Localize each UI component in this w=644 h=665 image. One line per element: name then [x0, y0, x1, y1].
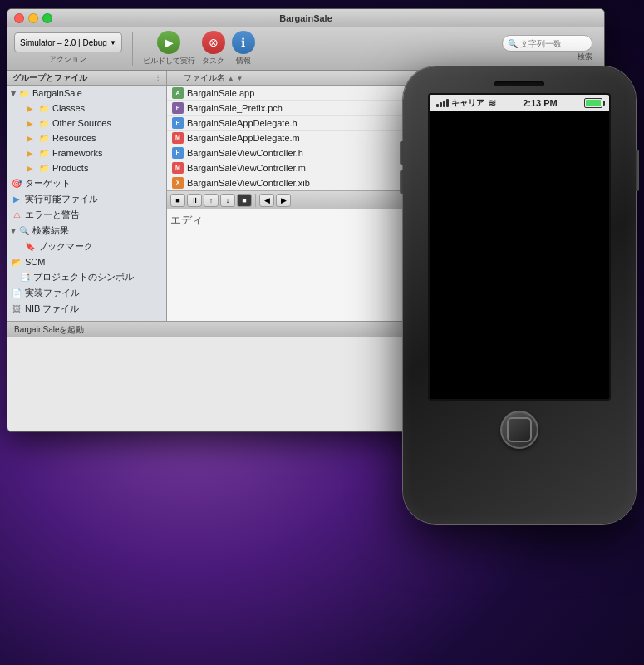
sidebar-item-target[interactable]: 🎯 ターゲット [7, 175, 166, 191]
exec-icon: ▶ [11, 194, 22, 205]
sidebar-item-products[interactable]: ▶ 📁 Products [7, 160, 166, 175]
scm-icon: 📂 [11, 256, 22, 268]
sidebar-item-label: 検索結果 [32, 224, 69, 237]
simulator-group: Simulator – 2.0 | Debug ▼ アクション [14, 32, 122, 65]
sidebar-item-resources[interactable]: ▶ 📁 Resources [7, 131, 166, 145]
simulator-button[interactable]: Simulator – 2.0 | Debug ▼ [14, 32, 122, 52]
target-icon: 🎯 [11, 178, 22, 190]
iphone-screen: キャリア ≋ 2:13 PM [428, 93, 611, 401]
minimize-button[interactable] [28, 13, 38, 23]
sidebar-item-label: Resources [52, 133, 96, 143]
m-file-icon: M [172, 132, 184, 144]
iphone-vol-up-button[interactable] [400, 141, 403, 165]
simulator-label: Simulator – 2.0 | Debug [20, 38, 107, 47]
other-sources-icon: 📁 [38, 117, 50, 129]
sidebar-resize-handle[interactable]: ⋮ [155, 72, 161, 84]
signal-bar-1 [436, 104, 439, 107]
h-file-icon: H [172, 147, 184, 159]
build-run-icon: ▶ [157, 31, 180, 54]
sidebar-item-label: BargainSale [32, 88, 82, 98]
sidebar-item-label: プロジェクトのシンボル [33, 271, 134, 283]
xib-file-icon: X [172, 177, 184, 189]
sort-arrow-down: ▼ [236, 75, 243, 82]
bookmark-icon: 🔖 [24, 241, 36, 253]
iphone-power-button[interactable] [636, 150, 639, 191]
editor-btn-2[interactable]: ⏸ [187, 194, 202, 207]
toolbar-sep-1 [132, 32, 133, 66]
sidebar-item-bargainsale[interactable]: ▶ 📁 BargainSale [7, 86, 166, 101]
search-icon: 🔍 [508, 39, 518, 48]
info-button[interactable]: ℹ 情報 [232, 31, 255, 66]
info-icon: ℹ [232, 31, 255, 54]
sidebar-item-bookmark[interactable]: 🔖 ブックマーク [7, 239, 166, 254]
editor-btn-1[interactable]: ■ [170, 194, 185, 207]
sidebar-item-exec[interactable]: ▶ 実行可能ファイル [7, 191, 166, 207]
tasks-label: タスク [202, 56, 224, 66]
sidebar-item-classes[interactable]: ▶ 📁 Classes [7, 101, 166, 116]
nav-right-btn[interactable]: ▶ [276, 194, 291, 207]
project-icon: 📁 [18, 87, 30, 99]
search-input[interactable] [520, 39, 587, 48]
signal-bars [436, 99, 449, 107]
search-box[interactable]: 🔍 検索 [497, 33, 597, 64]
folder-icon: ▶ [24, 162, 36, 174]
iphone-status-bar: キャリア ≋ 2:13 PM [430, 95, 609, 111]
impl-icon: 📄 [11, 288, 22, 299]
status-message: BargainSaleを起動 [14, 324, 84, 336]
sidebar-item-label: 実行可能ファイル [25, 193, 98, 205]
signal-bar-3 [443, 101, 445, 107]
editor-btn-3[interactable]: ↑ [204, 194, 219, 207]
sidebar-item-symbols[interactable]: 📑 プロジェクトのシンボル [7, 269, 166, 285]
sidebar-item-label: Other Sources [52, 118, 111, 128]
triangle-icon: ▶ [10, 91, 17, 96]
sidebar-item-scm[interactable]: 📂 SCM [7, 254, 166, 269]
h-file-icon: H [172, 117, 184, 129]
maximize-button[interactable] [42, 13, 52, 23]
info-label: 情報 [236, 56, 251, 66]
search-folder-icon: 🔍 [18, 225, 30, 237]
sort-arrow-up: ▲ [228, 75, 234, 82]
sidebar-item-errors[interactable]: ⚠ エラーと警告 [7, 207, 166, 223]
sidebar-item-label: Products [52, 163, 88, 173]
sidebar-item-search[interactable]: ▶ 🔍 検索結果 [7, 223, 166, 239]
sidebar-header: グループとファイル ⋮ [7, 71, 166, 86]
editor-btn-5[interactable]: ■ [237, 194, 252, 207]
sidebar-item-other-sources[interactable]: ▶ 📁 Other Sources [7, 116, 166, 131]
nib-icon: 🖼 [11, 303, 22, 315]
carrier-label: キャリア [451, 97, 484, 109]
sidebar-item-label: Classes [52, 103, 85, 113]
sidebar-item-label: ターゲット [25, 177, 71, 190]
tasks-button[interactable]: ⊗ タスク [202, 31, 225, 66]
close-button[interactable] [14, 13, 24, 23]
signal-bar-4 [446, 99, 449, 107]
build-run-button[interactable]: ▶ ビルドして実行 [143, 31, 195, 66]
m-file-icon: M [172, 162, 184, 174]
app-file-icon: A [172, 87, 184, 99]
build-run-label: ビルドして実行 [143, 56, 195, 66]
editor-btn-4[interactable]: ↓ [220, 194, 235, 207]
iphone-device: キャリア ≋ 2:13 PM [403, 66, 636, 524]
iphone-vol-down-button[interactable] [400, 170, 403, 194]
title-bar: BargainSale [7, 9, 604, 27]
iphone-speaker [494, 81, 544, 86]
iphone-time: 2:13 PM [523, 98, 558, 108]
iphone-battery [584, 98, 602, 108]
folder-icon: ▶ [24, 102, 36, 114]
sidebar-item-label: 実装ファイル [25, 287, 80, 299]
pch-file-icon: P [172, 102, 184, 114]
sidebar-header-label: グループとファイル [12, 72, 87, 84]
triangle-icon: ▶ [10, 229, 17, 234]
sidebar-item-nib[interactable]: 🖼 NIB ファイル [7, 301, 166, 317]
sidebar-item-impl[interactable]: 📄 実装ファイル [7, 285, 166, 301]
iphone-home-button[interactable] [500, 411, 538, 449]
folder-icon: ▶ [24, 132, 36, 144]
error-icon: ⚠ [11, 209, 22, 221]
nav-left-btn[interactable]: ◀ [259, 194, 274, 207]
window-controls [14, 13, 52, 23]
folder-icon: ▶ [24, 117, 36, 129]
resources-icon: 📁 [38, 132, 50, 144]
sidebar-item-frameworks[interactable]: ▶ 📁 Frameworks [7, 145, 166, 160]
toolbar: Simulator – 2.0 | Debug ▼ アクション ▶ ビルドして実… [7, 27, 604, 71]
sidebar: グループとファイル ⋮ ▶ 📁 BargainSale ▶ 📁 Classes … [7, 71, 167, 321]
home-button-inner [507, 417, 532, 442]
